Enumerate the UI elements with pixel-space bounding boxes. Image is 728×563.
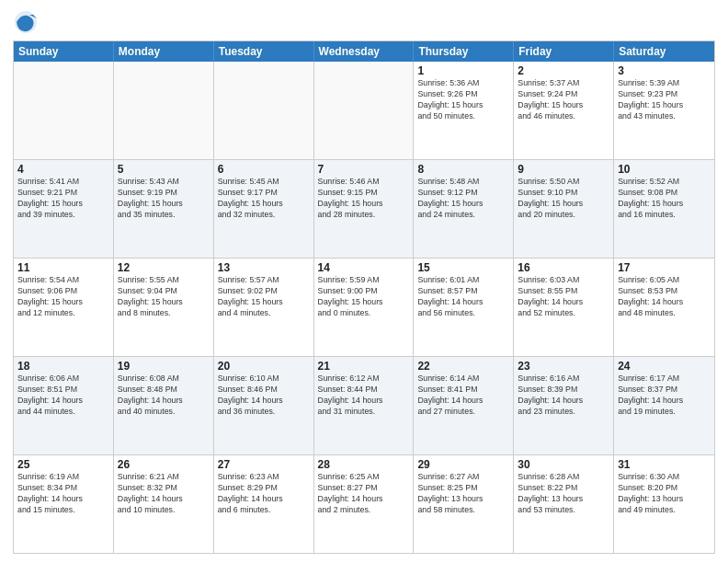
day-number: 7 bbox=[318, 163, 410, 176]
day-cell-28: 28Sunrise: 6:25 AM Sunset: 8:27 PM Dayli… bbox=[314, 455, 415, 553]
day-cell-20: 20Sunrise: 6:10 AM Sunset: 8:46 PM Dayli… bbox=[214, 357, 314, 454]
day-cell-10: 10Sunrise: 5:52 AM Sunset: 9:08 PM Dayli… bbox=[614, 160, 714, 258]
day-info: Sunrise: 5:57 AM Sunset: 9:02 PM Dayligh… bbox=[218, 275, 310, 319]
header-day-saturday: Saturday bbox=[614, 41, 714, 62]
calendar: SundayMondayTuesdayWednesdayThursdayFrid… bbox=[13, 40, 715, 554]
day-info: Sunrise: 6:05 AM Sunset: 8:53 PM Dayligh… bbox=[618, 275, 711, 319]
day-info: Sunrise: 6:10 AM Sunset: 8:46 PM Dayligh… bbox=[218, 373, 310, 418]
day-cell-17: 17Sunrise: 6:05 AM Sunset: 8:53 PM Dayli… bbox=[614, 259, 714, 356]
day-info: Sunrise: 6:03 AM Sunset: 8:55 PM Dayligh… bbox=[518, 275, 609, 319]
header-day-thursday: Thursday bbox=[414, 41, 514, 62]
day-info: Sunrise: 6:23 AM Sunset: 8:29 PM Dayligh… bbox=[218, 472, 310, 516]
day-info: Sunrise: 6:12 AM Sunset: 8:44 PM Dayligh… bbox=[318, 373, 410, 418]
day-info: Sunrise: 6:21 AM Sunset: 8:32 PM Dayligh… bbox=[118, 472, 210, 516]
day-number: 17 bbox=[618, 261, 711, 274]
day-cell-31: 31Sunrise: 6:30 AM Sunset: 8:20 PM Dayli… bbox=[614, 455, 714, 553]
day-number: 12 bbox=[118, 261, 210, 274]
day-cell-12: 12Sunrise: 5:55 AM Sunset: 9:04 PM Dayli… bbox=[114, 259, 214, 356]
day-cell-19: 19Sunrise: 6:08 AM Sunset: 8:48 PM Dayli… bbox=[114, 357, 214, 454]
day-cell-29: 29Sunrise: 6:27 AM Sunset: 8:25 PM Dayli… bbox=[414, 455, 514, 553]
day-info: Sunrise: 5:39 AM Sunset: 9:23 PM Dayligh… bbox=[618, 78, 711, 122]
logo bbox=[13, 9, 41, 35]
day-info: Sunrise: 5:41 AM Sunset: 9:21 PM Dayligh… bbox=[17, 177, 109, 221]
day-cell-8: 8Sunrise: 5:48 AM Sunset: 9:12 PM Daylig… bbox=[414, 160, 514, 258]
day-info: Sunrise: 6:06 AM Sunset: 8:51 PM Dayligh… bbox=[17, 373, 109, 418]
calendar-row: 1Sunrise: 5:36 AM Sunset: 9:26 PM Daylig… bbox=[14, 62, 714, 159]
day-number: 14 bbox=[318, 261, 410, 274]
day-number: 31 bbox=[618, 458, 711, 471]
day-number: 5 bbox=[118, 163, 210, 176]
empty-cell bbox=[214, 62, 314, 159]
day-cell-9: 9Sunrise: 5:50 AM Sunset: 9:10 PM Daylig… bbox=[514, 160, 614, 258]
day-number: 3 bbox=[618, 64, 711, 77]
day-number: 1 bbox=[417, 64, 509, 77]
day-number: 23 bbox=[518, 360, 609, 373]
page-header bbox=[13, 9, 715, 35]
day-info: Sunrise: 6:25 AM Sunset: 8:27 PM Dayligh… bbox=[318, 472, 410, 516]
day-info: Sunrise: 5:36 AM Sunset: 9:26 PM Dayligh… bbox=[417, 78, 509, 122]
day-info: Sunrise: 5:45 AM Sunset: 9:17 PM Dayligh… bbox=[218, 177, 310, 221]
day-number: 27 bbox=[218, 458, 310, 471]
header-day-tuesday: Tuesday bbox=[214, 41, 314, 62]
calendar-row: 25Sunrise: 6:19 AM Sunset: 8:34 PM Dayli… bbox=[14, 454, 714, 553]
header-day-monday: Monday bbox=[114, 41, 214, 62]
day-number: 20 bbox=[218, 360, 310, 373]
day-info: Sunrise: 5:55 AM Sunset: 9:04 PM Dayligh… bbox=[118, 275, 210, 319]
day-number: 9 bbox=[518, 163, 609, 176]
day-info: Sunrise: 6:28 AM Sunset: 8:22 PM Dayligh… bbox=[518, 472, 609, 516]
day-cell-11: 11Sunrise: 5:54 AM Sunset: 9:06 PM Dayli… bbox=[14, 259, 114, 356]
day-cell-2: 2Sunrise: 5:37 AM Sunset: 9:24 PM Daylig… bbox=[514, 62, 614, 159]
day-cell-5: 5Sunrise: 5:43 AM Sunset: 9:19 PM Daylig… bbox=[114, 160, 214, 258]
day-number: 24 bbox=[618, 360, 711, 373]
day-info: Sunrise: 6:16 AM Sunset: 8:39 PM Dayligh… bbox=[518, 373, 609, 418]
day-number: 25 bbox=[17, 458, 109, 471]
day-cell-24: 24Sunrise: 6:17 AM Sunset: 8:37 PM Dayli… bbox=[614, 357, 714, 454]
day-number: 26 bbox=[118, 458, 210, 471]
day-info: Sunrise: 5:37 AM Sunset: 9:24 PM Dayligh… bbox=[518, 78, 609, 122]
day-number: 15 bbox=[417, 261, 509, 274]
day-number: 10 bbox=[618, 163, 711, 176]
day-cell-15: 15Sunrise: 6:01 AM Sunset: 8:57 PM Dayli… bbox=[414, 259, 514, 356]
day-number: 16 bbox=[518, 261, 609, 274]
day-info: Sunrise: 6:08 AM Sunset: 8:48 PM Dayligh… bbox=[118, 373, 210, 418]
day-info: Sunrise: 6:14 AM Sunset: 8:41 PM Dayligh… bbox=[417, 373, 509, 418]
day-info: Sunrise: 5:43 AM Sunset: 9:19 PM Dayligh… bbox=[118, 177, 210, 221]
day-info: Sunrise: 5:54 AM Sunset: 9:06 PM Dayligh… bbox=[17, 275, 109, 319]
day-cell-25: 25Sunrise: 6:19 AM Sunset: 8:34 PM Dayli… bbox=[14, 455, 114, 553]
day-info: Sunrise: 5:59 AM Sunset: 9:00 PM Dayligh… bbox=[318, 275, 410, 319]
calendar-row: 4Sunrise: 5:41 AM Sunset: 9:21 PM Daylig… bbox=[14, 159, 714, 258]
day-cell-18: 18Sunrise: 6:06 AM Sunset: 8:51 PM Dayli… bbox=[14, 357, 114, 454]
day-cell-7: 7Sunrise: 5:46 AM Sunset: 9:15 PM Daylig… bbox=[314, 160, 415, 258]
day-number: 22 bbox=[417, 360, 509, 373]
day-cell-16: 16Sunrise: 6:03 AM Sunset: 8:55 PM Dayli… bbox=[514, 259, 614, 356]
day-number: 2 bbox=[518, 64, 609, 77]
day-number: 13 bbox=[218, 261, 310, 274]
day-cell-23: 23Sunrise: 6:16 AM Sunset: 8:39 PM Dayli… bbox=[514, 357, 614, 454]
day-info: Sunrise: 6:01 AM Sunset: 8:57 PM Dayligh… bbox=[417, 275, 509, 319]
day-number: 8 bbox=[417, 163, 509, 176]
day-number: 6 bbox=[218, 163, 310, 176]
empty-cell bbox=[14, 62, 114, 159]
day-info: Sunrise: 5:50 AM Sunset: 9:10 PM Dayligh… bbox=[518, 177, 609, 221]
day-info: Sunrise: 6:19 AM Sunset: 8:34 PM Dayligh… bbox=[17, 472, 109, 516]
day-cell-26: 26Sunrise: 6:21 AM Sunset: 8:32 PM Dayli… bbox=[114, 455, 214, 553]
header-day-friday: Friday bbox=[514, 41, 614, 62]
logo-icon bbox=[13, 9, 39, 35]
calendar-header: SundayMondayTuesdayWednesdayThursdayFrid… bbox=[14, 41, 714, 62]
day-info: Sunrise: 5:46 AM Sunset: 9:15 PM Dayligh… bbox=[318, 177, 410, 221]
day-number: 21 bbox=[318, 360, 410, 373]
day-number: 19 bbox=[118, 360, 210, 373]
day-info: Sunrise: 5:52 AM Sunset: 9:08 PM Dayligh… bbox=[618, 177, 711, 221]
empty-cell bbox=[114, 62, 214, 159]
header-day-wednesday: Wednesday bbox=[314, 41, 415, 62]
header-day-sunday: Sunday bbox=[14, 41, 114, 62]
calendar-row: 18Sunrise: 6:06 AM Sunset: 8:51 PM Dayli… bbox=[14, 356, 714, 454]
day-cell-4: 4Sunrise: 5:41 AM Sunset: 9:21 PM Daylig… bbox=[14, 160, 114, 258]
day-cell-27: 27Sunrise: 6:23 AM Sunset: 8:29 PM Dayli… bbox=[214, 455, 314, 553]
day-cell-1: 1Sunrise: 5:36 AM Sunset: 9:26 PM Daylig… bbox=[414, 62, 514, 159]
day-info: Sunrise: 6:27 AM Sunset: 8:25 PM Dayligh… bbox=[417, 472, 509, 516]
day-cell-3: 3Sunrise: 5:39 AM Sunset: 9:23 PM Daylig… bbox=[614, 62, 714, 159]
day-number: 4 bbox=[17, 163, 109, 176]
day-info: Sunrise: 6:30 AM Sunset: 8:20 PM Dayligh… bbox=[618, 472, 711, 516]
day-cell-14: 14Sunrise: 5:59 AM Sunset: 9:00 PM Dayli… bbox=[314, 259, 415, 356]
